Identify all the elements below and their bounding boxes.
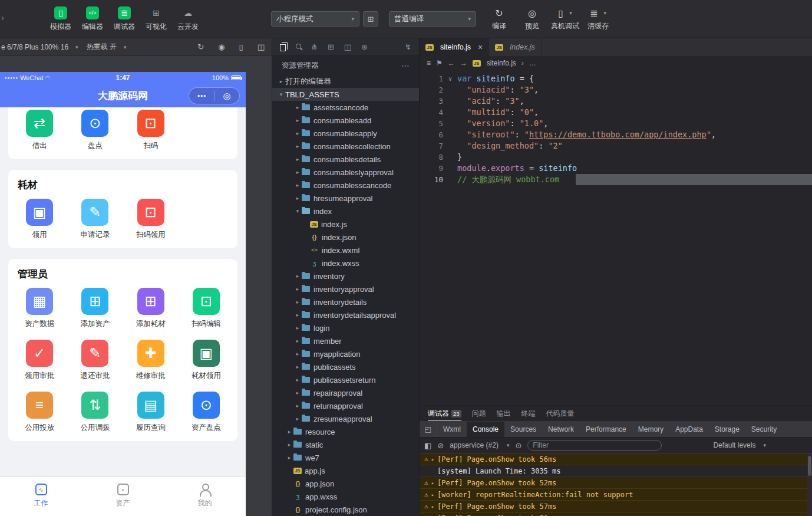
tree-item-consumablesapply[interactable]: ▸consumablesapply <box>272 127 419 140</box>
tree-item-publicassets[interactable]: ▸publicassets <box>272 360 419 373</box>
app-item-借出[interactable]: ⇄借出 <box>12 110 67 151</box>
hot-reload-toggle[interactable]: 热重载 开 ▾ <box>87 42 127 52</box>
action-清缓存[interactable]: ≣▾清缓存 <box>583 6 613 31</box>
file-app.wxss[interactable]: ʒapp.wxss <box>272 490 419 503</box>
eye-icon[interactable]: ⊙ <box>515 441 521 450</box>
app-item-扫码编辑[interactable]: ⊡扫码编辑 <box>179 288 234 329</box>
file-index.wxss[interactable]: ʒindex.wxss <box>272 257 419 269</box>
app-item-资产数据[interactable]: ▦资产数据 <box>12 288 67 329</box>
tree-item-打开的编辑器[interactable]: ▸打开的编辑器 <box>272 75 419 88</box>
app-item-扫码领用[interactable]: ⊡扫码领用 <box>123 199 179 240</box>
minimize-target-icon[interactable]: ◎ <box>214 91 239 101</box>
tree-item-inventoryapproval[interactable]: ▸inventoryapproval <box>272 282 419 295</box>
panel-tab-代码质量[interactable]: 代码质量 <box>546 406 575 421</box>
tree-item-resource[interactable]: ▸resource <box>272 425 419 438</box>
tree-item-consumableslyapproval[interactable]: ▸consumableslyapproval <box>272 166 419 179</box>
plug-icon[interactable]: ↯ <box>405 42 411 51</box>
tree-item-publicassetsreturn[interactable]: ▸publicassetsreturn <box>272 373 419 386</box>
tree-item-login[interactable]: ▸login <box>272 321 419 334</box>
app-item-公用投放[interactable]: ≡公用投放 <box>12 392 67 433</box>
panel-tab-问题[interactable]: 问题 <box>472 406 486 421</box>
editor-tab-index.js[interactable]: JSindex.js <box>489 38 541 56</box>
editor-tab-siteinfo.js[interactable]: JSsiteinfo.js× <box>420 38 489 56</box>
git-branch-icon[interactable]: ⋔ <box>311 42 318 51</box>
docker-icon[interactable]: ⊛ <box>361 42 368 51</box>
app-item-退还审批[interactable]: ✎退还审批 <box>67 340 123 381</box>
tabbar-item-工作[interactable]: ∿工作 <box>0 477 82 516</box>
action-编译[interactable]: ↻编译 <box>484 6 514 31</box>
panel-tab-输出[interactable]: 输出 <box>497 406 511 421</box>
bookmark-icon[interactable]: ⚑ <box>436 59 443 67</box>
toolbar-button-编辑器[interactable]: </>编辑器 <box>78 6 107 32</box>
file-app.js[interactable]: JSapp.js <box>272 464 419 477</box>
console-log-row[interactable]: ⚠▸[Perf] Page.onShow took 58ms <box>420 512 812 516</box>
tabbar-item-资产[interactable]: ▪资产 <box>82 477 164 516</box>
compile-mode-select[interactable]: 普通编译 ▾ <box>389 11 476 27</box>
expand-icon[interactable]: ▸ <box>431 480 434 486</box>
tree-item-repairapproval[interactable]: ▸repairapproval <box>272 386 419 399</box>
tree-item-consumablesscancode[interactable]: ▸consumablesscancode <box>272 179 419 192</box>
console-filter-input[interactable] <box>527 440 662 451</box>
tree-item-inventorydetails[interactable]: ▸inventorydetails <box>272 295 419 308</box>
breadcrumb-ellipsis[interactable]: … <box>529 59 536 67</box>
blocks-icon[interactable]: ⊞ <box>328 42 334 51</box>
split-editor-icon[interactable]: ◫ <box>344 42 351 51</box>
app-item-领用审批[interactable]: ✓领用审批 <box>12 340 67 381</box>
console-log-row[interactable]: ⚠▸[Perf] Page.onShow took 57ms <box>420 501 812 512</box>
tree-item-index[interactable]: ▾index <box>272 205 419 218</box>
devtools-tab-Wxml[interactable]: Wxml <box>437 422 467 437</box>
log-levels-select[interactable]: Default levels ▾ <box>713 441 766 449</box>
app-item-耗材领用[interactable]: ▣耗材领用 <box>179 340 234 381</box>
action-真机调试[interactable]: ▯▾真机调试 <box>550 6 580 31</box>
file-index.js[interactable]: JSindex.js <box>272 218 419 231</box>
panel-tab-终端[interactable]: 终端 <box>521 406 536 421</box>
tree-item-consumablescollection[interactable]: ▸consumablescollection <box>272 140 419 153</box>
tree-item-consumablesdetails[interactable]: ▸consumablesdetails <box>272 153 419 166</box>
file-app.json[interactable]: {}app.json <box>272 477 419 490</box>
app-item-公用调拨[interactable]: ⇅公用调拨 <box>67 392 123 433</box>
devtools-tab-Memory[interactable]: Memory <box>632 422 669 437</box>
expand-icon[interactable]: ▸ <box>431 504 434 510</box>
file-project.config.json[interactable]: {}project.config.json <box>272 503 419 516</box>
app-item-申请记录[interactable]: ✎申请记录 <box>67 199 123 240</box>
tree-item-inventorydetailsapproval[interactable]: ▸inventorydetailsapproval <box>272 308 419 321</box>
devtools-tab-Console[interactable]: Console <box>467 422 504 437</box>
console-log-row[interactable]: ⚠▸[Perf] Page.onShow took 52ms <box>420 477 812 489</box>
record-icon[interactable]: ◉ <box>218 42 225 51</box>
tabbar-item-我的[interactable]: 我的 <box>164 477 246 516</box>
toolbar-button-模拟器[interactable]: ▯模拟器 <box>46 6 75 32</box>
panel-tab-调试器[interactable]: 调试器23 <box>428 406 461 421</box>
tree-item-returnapproval[interactable]: ▸returnapproval <box>272 399 419 412</box>
devtools-tab-AppData[interactable]: AppData <box>669 422 709 437</box>
devtools-tab-Storage[interactable]: Storage <box>709 422 745 437</box>
action-预览[interactable]: ◎预览 <box>517 6 547 31</box>
tree-item-zresumeapproval[interactable]: ▸zresumeapproval <box>272 412 419 425</box>
file-index.wxml[interactable]: <>index.wxml <box>272 244 419 257</box>
devtools-tab-Sources[interactable]: Sources <box>504 422 542 437</box>
app-item-添加资产[interactable]: ⊞添加资产 <box>67 288 123 329</box>
scrollbar-thumb[interactable] <box>808 456 811 476</box>
console-sidebar-icon[interactable]: ◧ <box>424 441 431 450</box>
expand-icon[interactable]: ▸ <box>431 492 434 498</box>
rotate-icon[interactable]: ↻ <box>197 42 204 51</box>
toolbar-button-可视化[interactable]: ⊞可视化 <box>141 6 171 32</box>
tree-item-assetsscancode[interactable]: ▸assetsscancode <box>272 101 419 114</box>
clear-console-icon[interactable]: ⊘ <box>437 441 444 450</box>
devtools-tab-Performance[interactable]: Performance <box>580 422 632 437</box>
app-item-履历查询[interactable]: ▤履历查询 <box>123 392 179 433</box>
breadcrumb-file[interactable]: JS siteinfo.js <box>473 59 516 67</box>
files-icon[interactable] <box>280 42 286 51</box>
device-select[interactable]: e 6/7/8 Plus 100% 16 ▾ <box>1 43 78 51</box>
phone-icon[interactable]: ▯ <box>239 42 243 51</box>
tree-item-consumablesadd[interactable]: ▸consumablesadd <box>272 114 419 127</box>
collapse-chevron-icon[interactable]: › <box>1 13 9 22</box>
app-item-扫码[interactable]: ⊡扫码 <box>123 110 179 151</box>
tree-item-we7[interactable]: ▸we7 <box>272 451 419 464</box>
tree-item-member[interactable]: ▸member <box>272 334 419 347</box>
devtools-tab-Network[interactable]: Network <box>542 422 580 437</box>
console-log-row[interactable]: ⚠▸[worker] reportRealtimeAction:fail not… <box>420 489 812 501</box>
expand-icon[interactable]: ▸ <box>431 456 434 462</box>
app-item-领用[interactable]: ▣领用 <box>12 199 67 240</box>
more-options-icon[interactable]: ⋯ <box>189 91 214 101</box>
list-icon[interactable]: ≡ <box>427 59 431 67</box>
